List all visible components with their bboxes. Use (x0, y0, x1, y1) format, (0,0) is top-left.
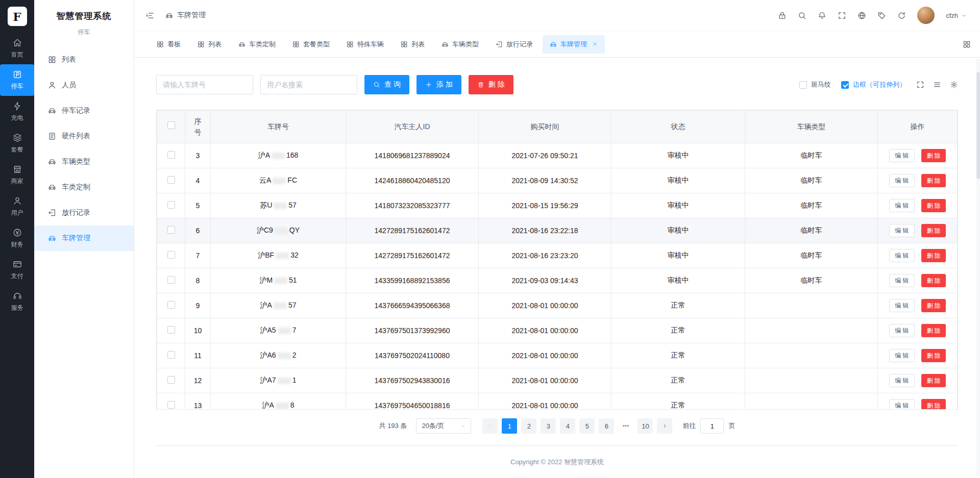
rail-item[interactable]: 财务 (0, 222, 34, 254)
search-button[interactable]: 查 询 (364, 75, 409, 94)
prev-page-button[interactable] (482, 418, 498, 434)
row-checkbox[interactable] (167, 201, 175, 209)
tab[interactable]: 列表 (190, 35, 229, 54)
rail-item[interactable]: 服务 (0, 286, 34, 317)
rail-item[interactable]: 商家 (0, 159, 34, 191)
add-button[interactable]: 添 加 (416, 75, 461, 94)
tab[interactable]: 车牌管理 (543, 35, 605, 54)
row-delete-button[interactable]: 删 除 (921, 299, 945, 312)
page-button[interactable]: 10 (638, 418, 653, 434)
tab[interactable]: 车类定制 (231, 35, 283, 54)
page-list: 1 2 3 4 5 6 ••• 10 (502, 418, 653, 434)
edit-button[interactable]: 编 辑 (889, 224, 914, 237)
page-button[interactable]: 3 (541, 418, 556, 434)
rail-item[interactable]: 套餐 (0, 128, 34, 159)
page-size-select[interactable]: 20条/页 (416, 418, 471, 434)
edit-button[interactable]: 编 辑 (889, 324, 914, 337)
sidebar-item[interactable]: 车辆类型 (34, 149, 134, 174)
app-logo[interactable]: F (0, 0, 34, 33)
rail-item[interactable]: 首页 (0, 33, 34, 64)
page-button[interactable]: 5 (579, 418, 595, 434)
rail-item[interactable]: 支付 (0, 254, 34, 286)
rail-item[interactable]: 充电 (0, 96, 34, 128)
select-all-checkbox[interactable] (167, 121, 175, 129)
edit-button[interactable]: 编 辑 (889, 299, 914, 312)
row-checkbox[interactable] (167, 176, 175, 184)
plate-search-input[interactable] (156, 75, 253, 94)
collapse-icon[interactable] (145, 11, 154, 20)
scrollbar[interactable] (976, 59, 980, 476)
user-menu[interactable]: cfzh (946, 12, 967, 19)
tab[interactable]: 列表 (394, 35, 432, 54)
row-delete-button[interactable]: 删 除 (921, 199, 945, 212)
page-button[interactable]: ••• (618, 418, 633, 434)
list-icon[interactable] (933, 81, 941, 89)
sidebar-item[interactable]: 车类定制 (34, 174, 134, 200)
refresh-icon[interactable] (897, 11, 906, 20)
rail-item[interactable]: 用户 (0, 191, 34, 222)
sidebar-item[interactable]: 硬件列表 (34, 123, 134, 149)
edit-button[interactable]: 编 辑 (889, 399, 914, 410)
row-delete-button[interactable]: 删 除 (921, 274, 945, 287)
sidebar-item[interactable]: 放行记录 (34, 200, 134, 225)
close-icon[interactable] (592, 41, 598, 47)
row-checkbox[interactable] (167, 351, 175, 359)
edit-button[interactable]: 编 辑 (889, 274, 914, 287)
edit-button[interactable]: 编 辑 (889, 249, 914, 262)
row-checkbox[interactable] (167, 326, 175, 334)
page-button[interactable]: 4 (560, 418, 575, 434)
checkbox-icon[interactable] (799, 81, 807, 89)
row-delete-button[interactable]: 删 除 (921, 174, 945, 187)
lock-icon[interactable] (778, 11, 787, 20)
rail-item[interactable]: 停车 (0, 64, 34, 96)
checkbox-icon[interactable] (841, 81, 849, 89)
scrollbar-thumb[interactable] (976, 72, 980, 179)
avatar[interactable] (917, 7, 935, 24)
border-checkbox[interactable]: 边框（可拉伸列） (841, 80, 906, 89)
tab[interactable]: 放行记录 (488, 35, 540, 54)
row-delete-button[interactable]: 删 除 (921, 149, 945, 162)
gear-icon[interactable] (950, 81, 958, 89)
translate-icon[interactable] (857, 11, 866, 20)
row-delete-button[interactable]: 删 除 (921, 399, 945, 410)
goto-page-input[interactable] (700, 418, 724, 434)
row-checkbox[interactable] (167, 151, 175, 159)
apps-icon[interactable] (963, 40, 971, 48)
row-delete-button[interactable]: 删 除 (921, 349, 945, 362)
page-button[interactable]: 6 (599, 418, 614, 434)
page-button[interactable]: 1 (502, 418, 517, 434)
sidebar-item[interactable]: 车牌管理 (34, 225, 134, 251)
tab[interactable]: 车辆类型 (434, 35, 486, 54)
edit-button[interactable]: 编 辑 (889, 199, 914, 212)
row-checkbox[interactable] (167, 301, 175, 309)
page-button[interactable]: 2 (521, 418, 536, 434)
sidebar-item[interactable]: 列表 (34, 47, 134, 72)
row-checkbox[interactable] (167, 226, 175, 234)
tag-icon[interactable] (877, 11, 886, 20)
delete-button[interactable]: 删 除 (469, 75, 513, 94)
edit-button[interactable]: 编 辑 (889, 174, 914, 187)
row-checkbox[interactable] (167, 276, 175, 284)
search-icon[interactable] (798, 11, 806, 20)
edit-button[interactable]: 编 辑 (889, 349, 914, 362)
tab[interactable]: 特殊车辆 (339, 35, 391, 54)
bell-icon[interactable] (818, 11, 826, 20)
row-delete-button[interactable]: 删 除 (921, 324, 945, 337)
edit-button[interactable]: 编 辑 (889, 149, 914, 162)
row-delete-button[interactable]: 删 除 (921, 374, 945, 387)
next-page-button[interactable] (657, 418, 672, 434)
row-checkbox[interactable] (167, 401, 175, 409)
sidebar-item[interactable]: 人员 (34, 72, 134, 98)
row-delete-button[interactable]: 删 除 (921, 224, 945, 237)
username-search-input[interactable] (260, 75, 357, 94)
tab[interactable]: 套餐类型 (285, 35, 337, 54)
expand-icon[interactable] (916, 81, 924, 89)
row-delete-button[interactable]: 删 除 (921, 249, 945, 262)
edit-button[interactable]: 编 辑 (889, 374, 914, 387)
tab[interactable]: 看板 (150, 35, 188, 54)
row-checkbox[interactable] (167, 376, 175, 384)
row-checkbox[interactable] (167, 251, 175, 259)
expand-icon[interactable] (838, 11, 846, 20)
sidebar-item[interactable]: 停车记录 (34, 98, 134, 123)
zebra-checkbox[interactable]: 斑马纹 (799, 80, 831, 89)
